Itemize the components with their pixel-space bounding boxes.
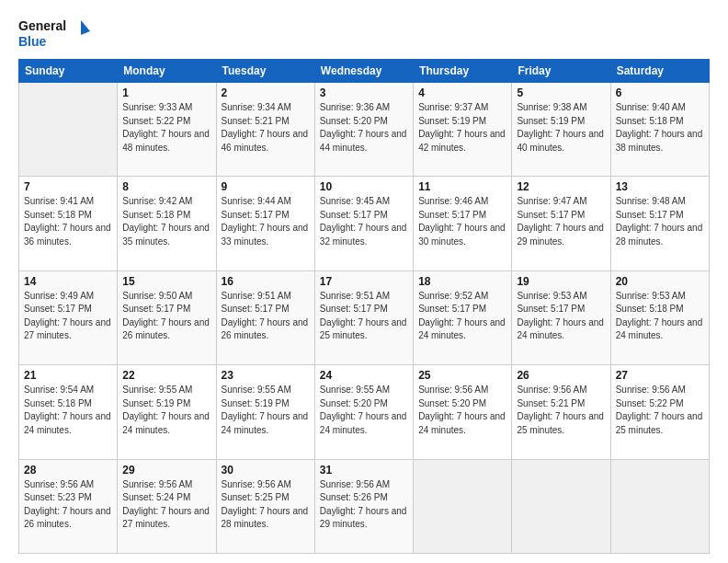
day-detail: Sunrise: 9:56 AMSunset: 5:25 PMDaylight:… [222,478,310,532]
day-cell: 21 Sunrise: 9:54 AMSunset: 5:18 PMDaylig… [19,365,118,459]
day-detail: Sunrise: 9:53 AMSunset: 5:17 PMDaylight:… [517,290,605,343]
day-cell: 27 Sunrise: 9:56 AMSunset: 5:22 PMDaylig… [610,365,709,459]
calendar-header-row: SundayMondayTuesdayWednesdayThursdayFrid… [19,60,710,83]
day-number: 11 [418,180,506,193]
day-detail: Sunrise: 9:44 AMSunset: 5:17 PMDaylight:… [222,195,310,248]
day-detail: Sunrise: 9:37 AMSunset: 5:19 PMDaylight:… [418,101,506,155]
day-cell: 7 Sunrise: 9:41 AMSunset: 5:18 PMDayligh… [19,177,118,270]
day-cell [19,83,118,177]
day-cell: 14 Sunrise: 9:49 AMSunset: 5:17 PMDaylig… [19,270,118,364]
day-detail: Sunrise: 9:49 AMSunset: 5:17 PMDaylight:… [24,290,112,343]
day-cell: 29 Sunrise: 9:56 AMSunset: 5:24 PMDaylig… [118,459,216,553]
day-number: 10 [320,180,408,193]
day-number: 7 [24,180,112,193]
day-detail: Sunrise: 9:36 AMSunset: 5:20 PMDaylight:… [320,101,408,155]
day-cell: 22 Sunrise: 9:55 AMSunset: 5:19 PMDaylig… [118,365,216,459]
day-cell: 8 Sunrise: 9:42 AMSunset: 5:18 PMDayligh… [118,177,216,270]
day-detail: Sunrise: 9:56 AMSunset: 5:26 PMDaylight:… [320,478,408,532]
col-header-monday: Monday [118,60,216,83]
week-row-3: 14 Sunrise: 9:49 AMSunset: 5:17 PMDaylig… [19,270,710,364]
day-detail: Sunrise: 9:47 AMSunset: 5:17 PMDaylight:… [517,195,605,248]
day-cell: 6 Sunrise: 9:40 AMSunset: 5:18 PMDayligh… [610,83,709,177]
day-detail: Sunrise: 9:42 AMSunset: 5:18 PMDaylight:… [122,195,210,248]
day-number: 31 [320,464,408,477]
day-detail: Sunrise: 9:50 AMSunset: 5:17 PMDaylight:… [122,290,210,343]
day-detail: Sunrise: 9:56 AMSunset: 5:24 PMDaylight:… [122,478,210,532]
day-cell: 10 Sunrise: 9:45 AMSunset: 5:17 PMDaylig… [314,177,413,270]
col-header-wednesday: Wednesday [314,60,413,83]
day-number: 22 [122,369,210,382]
svg-marker-2 [81,20,90,35]
day-detail: Sunrise: 9:55 AMSunset: 5:19 PMDaylight:… [222,384,310,437]
day-cell: 3 Sunrise: 9:36 AMSunset: 5:20 PMDayligh… [314,83,413,177]
day-number: 23 [222,369,310,382]
day-number: 21 [24,369,112,382]
day-detail: Sunrise: 9:56 AMSunset: 5:20 PMDaylight:… [418,384,506,437]
day-detail: Sunrise: 9:56 AMSunset: 5:22 PMDaylight:… [616,384,704,437]
day-number: 18 [418,275,506,288]
svg-text:General: General [18,18,66,33]
day-number: 6 [616,86,704,99]
day-cell: 5 Sunrise: 9:38 AMSunset: 5:19 PMDayligh… [512,83,610,177]
day-number: 13 [616,180,704,193]
day-number: 15 [122,275,210,288]
day-cell: 19 Sunrise: 9:53 AMSunset: 5:17 PMDaylig… [512,270,610,364]
col-header-tuesday: Tuesday [216,60,314,83]
day-detail: Sunrise: 9:51 AMSunset: 5:17 PMDaylight:… [320,290,408,343]
day-number: 3 [320,86,408,99]
col-header-friday: Friday [512,60,610,83]
day-number: 2 [222,86,310,99]
day-cell: 13 Sunrise: 9:48 AMSunset: 5:17 PMDaylig… [610,177,709,270]
day-number: 20 [616,275,704,288]
col-header-thursday: Thursday [414,60,512,83]
day-number: 25 [418,369,506,382]
week-row-2: 7 Sunrise: 9:41 AMSunset: 5:18 PMDayligh… [19,177,710,270]
day-detail: Sunrise: 9:56 AMSunset: 5:21 PMDaylight:… [517,384,605,437]
day-cell: 25 Sunrise: 9:56 AMSunset: 5:20 PMDaylig… [414,365,512,459]
day-cell [414,459,512,553]
day-cell: 9 Sunrise: 9:44 AMSunset: 5:17 PMDayligh… [216,177,314,270]
day-number: 16 [222,275,310,288]
day-cell: 11 Sunrise: 9:46 AMSunset: 5:17 PMDaylig… [414,177,512,270]
logo: General Blue [18,15,92,50]
day-cell: 16 Sunrise: 9:51 AMSunset: 5:17 PMDaylig… [216,270,314,364]
day-detail: Sunrise: 9:55 AMSunset: 5:20 PMDaylight:… [320,384,408,437]
week-row-4: 21 Sunrise: 9:54 AMSunset: 5:18 PMDaylig… [19,365,710,459]
day-detail: Sunrise: 9:54 AMSunset: 5:18 PMDaylight:… [24,384,112,437]
col-header-sunday: Sunday [19,60,118,83]
col-header-saturday: Saturday [610,60,709,83]
week-row-5: 28 Sunrise: 9:56 AMSunset: 5:23 PMDaylig… [19,459,710,553]
svg-text:Blue: Blue [18,34,47,49]
day-cell: 4 Sunrise: 9:37 AMSunset: 5:19 PMDayligh… [414,83,512,177]
day-number: 8 [122,180,210,193]
day-number: 28 [24,464,112,477]
day-number: 26 [517,369,605,382]
day-detail: Sunrise: 9:33 AMSunset: 5:22 PMDaylight:… [122,101,210,155]
day-detail: Sunrise: 9:48 AMSunset: 5:17 PMDaylight:… [616,195,704,248]
day-cell: 2 Sunrise: 9:34 AMSunset: 5:21 PMDayligh… [216,83,314,177]
week-row-1: 1 Sunrise: 9:33 AMSunset: 5:22 PMDayligh… [19,83,710,177]
day-detail: Sunrise: 9:45 AMSunset: 5:17 PMDaylight:… [320,195,408,248]
day-cell [512,459,610,553]
day-cell: 20 Sunrise: 9:53 AMSunset: 5:18 PMDaylig… [610,270,709,364]
day-detail: Sunrise: 9:56 AMSunset: 5:23 PMDaylight:… [24,478,112,532]
day-number: 29 [122,464,210,477]
day-detail: Sunrise: 9:51 AMSunset: 5:17 PMDaylight:… [222,290,310,343]
day-cell: 30 Sunrise: 9:56 AMSunset: 5:25 PMDaylig… [216,459,314,553]
day-detail: Sunrise: 9:40 AMSunset: 5:18 PMDaylight:… [616,101,704,155]
day-number: 27 [616,369,704,382]
day-cell: 24 Sunrise: 9:55 AMSunset: 5:20 PMDaylig… [314,365,413,459]
day-cell: 26 Sunrise: 9:56 AMSunset: 5:21 PMDaylig… [512,365,610,459]
day-cell: 15 Sunrise: 9:50 AMSunset: 5:17 PMDaylig… [118,270,216,364]
day-detail: Sunrise: 9:38 AMSunset: 5:19 PMDaylight:… [517,101,605,155]
day-detail: Sunrise: 9:53 AMSunset: 5:18 PMDaylight:… [616,290,704,343]
day-detail: Sunrise: 9:46 AMSunset: 5:17 PMDaylight:… [418,195,506,248]
day-number: 30 [222,464,310,477]
page: General Blue SundayMondayTuesdayWednesda… [0,0,728,563]
day-cell: 31 Sunrise: 9:56 AMSunset: 5:26 PMDaylig… [314,459,413,553]
day-detail: Sunrise: 9:52 AMSunset: 5:17 PMDaylight:… [418,290,506,343]
day-cell: 28 Sunrise: 9:56 AMSunset: 5:23 PMDaylig… [19,459,118,553]
day-detail: Sunrise: 9:41 AMSunset: 5:18 PMDaylight:… [24,195,112,248]
day-cell: 12 Sunrise: 9:47 AMSunset: 5:17 PMDaylig… [512,177,610,270]
day-number: 5 [517,86,605,99]
